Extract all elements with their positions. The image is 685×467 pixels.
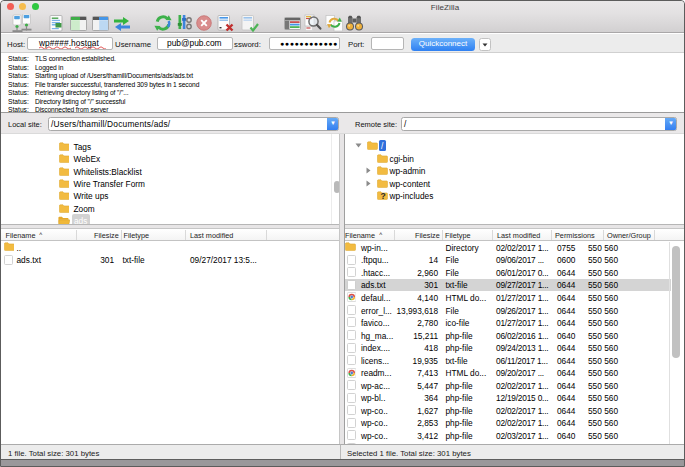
- svg-text:?: ?: [380, 191, 385, 200]
